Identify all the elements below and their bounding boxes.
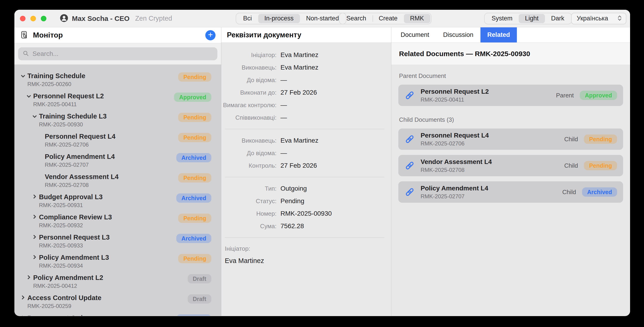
detail-field: Виконавець: Eva Martinez [221,64,391,72]
zoom-window-button[interactable] [41,16,46,21]
chevron-icon[interactable] [32,213,39,218]
status-badge: Pending [584,161,617,170]
action-segment[interactable]: Create [372,14,404,23]
doc-id: RMK-2025-02708 [45,182,118,188]
theme-segment[interactable]: Dark [545,14,571,23]
tree-row[interactable]: Compliance Review L3 RMK-2025-00932 Pend… [14,210,221,230]
link-icon [404,187,415,197]
doc-title: Personnel Request L2 [33,92,104,100]
card-id: RMK-2025-02708 [420,166,492,173]
related-doc-card[interactable]: Policy Amendment L4 RMK-2025-02707 Child… [398,181,623,203]
card-text: Vendor Assessment L4 RMK-2025-02708 [420,158,492,173]
detail-label: Статус: [221,197,276,205]
status-badge: Approved [174,92,211,102]
close-window-button[interactable] [20,16,26,21]
filter-segment[interactable]: Всі [237,14,258,23]
detail-value: RMK-2025-00930 [280,210,332,218]
tree-row[interactable]: Procurement Order Archived [14,310,221,316]
doc-title: Personnel Request L3 [39,233,110,241]
doc-id: RMK-2025-00260 [27,81,85,88]
detail-value: 7562.28 [280,222,304,230]
tab[interactable]: Discussion [436,27,480,42]
doc-title: Policy Amendment L2 [33,274,103,282]
chevron-icon[interactable] [21,72,27,77]
tree-row[interactable]: Personnel Request L3 RMK-2025-00933 Arch… [14,230,221,250]
related-doc-card[interactable]: Vendor Assessment L4 RMK-2025-02708 Chil… [398,155,623,176]
detail-value: Pending [280,197,304,205]
doc-id: RMK-2025-00411 [33,101,104,108]
tree-row[interactable]: Budget Approval L3 RMK-2025-00931 Archiv… [14,189,221,210]
detail-value: Outgoing [280,184,307,192]
detail-label: Номер: [221,210,276,218]
card-right: Child Pending [564,134,617,144]
divider [225,129,384,129]
tree-row[interactable]: Training Schedule RMK-2025-00260 Pending [14,68,221,88]
card-right: Parent Approved [556,91,617,100]
search-box[interactable] [18,47,217,60]
chevron-icon[interactable] [32,193,39,198]
action-segmented-control: SearchCreateRMK [339,13,432,24]
relation-label: Child [564,136,578,143]
person-circle-icon [60,14,68,23]
status-badge: Archived [176,194,211,203]
detail-field: Тип: Outgoing [221,184,391,192]
detail-label: Виконати до: [221,88,276,96]
detail-field: Сума: 7562.28 [221,222,391,230]
tab[interactable]: Related [480,27,517,42]
chevron-icon[interactable] [21,314,27,316]
tree-row[interactable]: Personnel Request L2 RMK-2025-00411 Appr… [14,88,221,108]
tree-row-text: Procurement Order [27,314,89,316]
divider [225,238,384,238]
details-body: Ініціатор: Eva Martinez Виконавець: Eva … [221,43,391,264]
status-badge: Pending [178,133,211,142]
detail-value: — [280,149,287,157]
tree-row[interactable]: Policy Amendment L2 RMK-2025-00412 Draft [14,270,221,290]
tree-row-text: Training Schedule RMK-2025-00260 [27,72,85,88]
card-text: Personnel Request L4 RMK-2025-02706 [420,132,489,147]
chevron-icon[interactable] [32,254,39,258]
card-text: Personnel Request L2 RMK-2025-00411 [420,88,489,103]
chevron-icon[interactable] [27,92,33,97]
card-id: RMK-2025-02707 [420,193,488,200]
tree-row[interactable]: Policy Amendment L3 RMK-2025-00934 Pendi… [14,250,221,270]
tree-row-text: Personnel Request L3 RMK-2025-00933 [39,233,110,249]
related-panel: DocumentDiscussionRelated Related Docume… [391,27,630,316]
detail-label: Виконавець: [221,64,276,72]
tree-row[interactable]: Access Control Update RMK-2025-00259 Dra… [14,290,221,310]
chevron-icon[interactable] [21,294,27,299]
action-segment[interactable]: Search [340,14,372,23]
plus-icon[interactable]: + [205,30,216,40]
filter-segment[interactable]: In-process [258,14,300,23]
doc-title: Training Schedule [27,72,85,80]
minimize-window-button[interactable] [30,16,36,21]
doc-id: RMK-2025-00931 [39,202,102,209]
tree-row-text: Policy Amendment L2 RMK-2025-00412 [33,274,103,290]
related-doc-card[interactable]: Personnel Request L4 RMK-2025-02706 Chil… [398,128,623,150]
detail-value: 27 Feb 2026 [280,162,317,170]
search-input[interactable] [32,50,213,58]
tree-row[interactable]: Policy Amendment L4 RMK-2025-02707 Archi… [14,149,221,169]
chevron-icon[interactable] [32,112,39,117]
child-doc-list: Personnel Request L4 RMK-2025-02706 Chil… [398,128,623,203]
theme-segment[interactable]: System [485,14,519,23]
related-doc-card[interactable]: Personnel Request L2 RMK-2025-00411 Pare… [398,85,623,106]
chevron-icon[interactable] [27,274,33,279]
action-segment[interactable]: RMK [404,14,430,23]
tree-row[interactable]: Training Schedule L3 RMK-2025-00930 Pend… [14,108,221,129]
tab[interactable]: Document [394,27,436,42]
theme-segment[interactable]: Light [519,14,545,23]
tree-row-text: Training Schedule L3 RMK-2025-00930 [39,112,107,128]
chevron-icon[interactable] [32,233,39,238]
doc-id: RMK-2025-02707 [45,162,115,168]
filter-segmented-control: ВсіIn-processNon-started [236,13,346,24]
detail-field: Номер: RMK-2025-00930 [221,210,391,218]
doc-title: Training Schedule L3 [39,112,107,120]
filter-segment[interactable]: Non-started [300,14,345,23]
tree-row[interactable]: Personnel Request L4 RMK-2025-02706 Pend… [14,129,221,149]
language-select[interactable]: Українська [571,13,626,24]
detail-field: Статус: Pending [221,197,391,205]
app-name: Zen Crypted [135,14,172,22]
related-tabbar: DocumentDiscussionRelated [391,27,630,43]
related-title-strip: Related Documents — RMK-2025-00930 [391,43,630,65]
tree-row[interactable]: Vendor Assessment L4 RMK-2025-02708 Pend… [14,169,221,189]
